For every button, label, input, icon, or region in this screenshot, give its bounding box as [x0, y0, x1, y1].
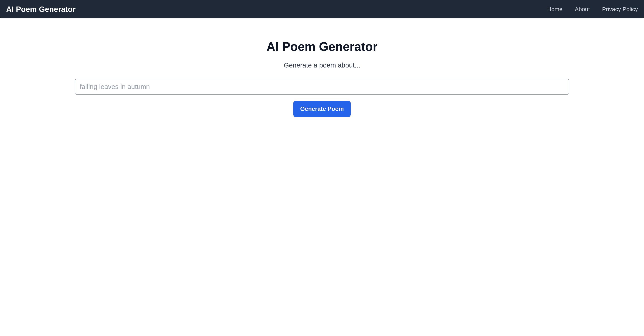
- navbar-brand[interactable]: AI Poem Generator: [6, 5, 76, 14]
- generate-poem-button[interactable]: Generate Poem: [293, 101, 350, 117]
- nav-link-about[interactable]: About: [575, 6, 590, 13]
- main-content: AI Poem Generator Generate a poem about.…: [67, 19, 577, 117]
- navbar-links: Home About Privacy Policy: [547, 6, 638, 13]
- page-title: AI Poem Generator: [75, 40, 569, 54]
- nav-link-privacy-policy[interactable]: Privacy Policy: [602, 6, 638, 13]
- subtitle: Generate a poem about...: [75, 61, 569, 69]
- nav-link-home[interactable]: Home: [547, 6, 562, 13]
- topic-input[interactable]: [75, 79, 569, 95]
- navbar: AI Poem Generator Home About Privacy Pol…: [0, 0, 644, 19]
